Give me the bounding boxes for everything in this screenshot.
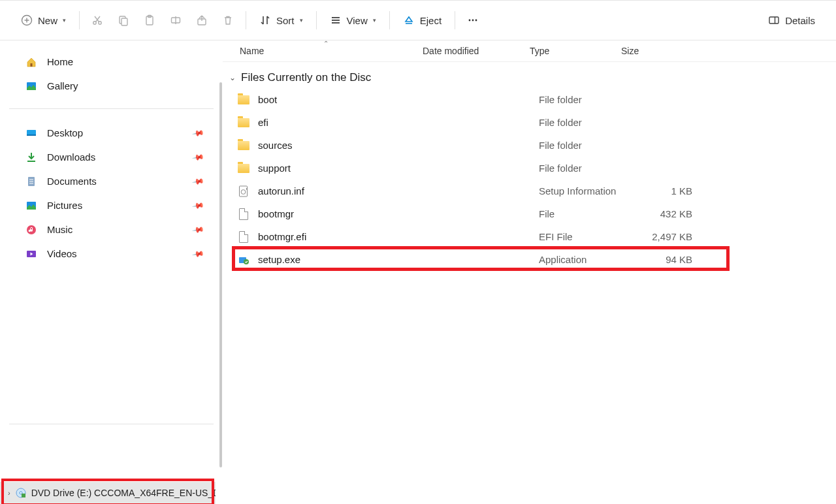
sort-button[interactable]: Sort ▾ — [251, 7, 311, 33]
svg-rect-26 — [27, 134, 36, 136]
folder-icon — [237, 93, 250, 106]
rename-button[interactable] — [163, 7, 188, 33]
file-name: support — [258, 163, 539, 174]
view-button[interactable]: View ▾ — [322, 7, 384, 33]
svg-rect-21 — [769, 17, 779, 24]
svg-point-20 — [475, 20, 477, 22]
file-size: 94 KB — [640, 254, 692, 265]
view-label: View — [347, 15, 368, 26]
paste-icon — [144, 14, 155, 26]
pictures-icon — [25, 199, 38, 212]
share-icon — [196, 14, 208, 26]
copy-button[interactable] — [111, 7, 136, 33]
sort-label: Sort — [276, 15, 295, 26]
column-header-name[interactable]: Name ⌃ — [240, 40, 423, 61]
home-icon — [25, 55, 38, 69]
svg-point-19 — [472, 20, 474, 22]
documents-icon — [25, 175, 38, 188]
details-pane-icon — [768, 14, 780, 26]
file-name: boot — [258, 94, 539, 105]
sidebar-item-pictures[interactable]: Pictures📌 — [9, 193, 214, 217]
sidebar-item-dvd-drive[interactable]: › DVD Drive (E:) CCCOMA_X64FRE_EN-US_D — [0, 482, 216, 504]
sidebar-item-label: Downloads — [47, 151, 95, 163]
column-label: Size — [621, 46, 639, 56]
exe-icon — [237, 253, 250, 266]
chevron-right-icon: › — [8, 489, 10, 497]
sort-ascending-icon: ⌃ — [323, 40, 329, 47]
file-type: EFI File — [539, 231, 640, 242]
separator — [316, 11, 317, 29]
copy-icon — [118, 14, 129, 26]
column-header-date[interactable]: Date modified — [423, 40, 530, 61]
column-label: Name — [240, 46, 264, 56]
rename-icon — [170, 14, 182, 26]
trash-icon — [222, 14, 234, 26]
new-label: New — [38, 15, 57, 26]
pin-icon: 📌 — [191, 247, 204, 260]
inf-icon — [237, 185, 250, 198]
file-row[interactable]: autorun.infSetup Information1 KB — [237, 180, 836, 202]
file-row[interactable]: bootmgr.efiEFI File2,497 KB — [237, 225, 836, 248]
eject-icon — [403, 14, 415, 26]
sidebar-item-label: Documents — [47, 176, 97, 187]
scrollbar-thumb[interactable] — [219, 82, 222, 467]
sidebar-item-label: Pictures — [47, 200, 82, 211]
videos-icon — [25, 247, 38, 260]
separator — [389, 11, 390, 29]
details-pane-button[interactable]: Details — [760, 7, 823, 33]
delete-button[interactable] — [216, 7, 240, 33]
cut-button[interactable] — [85, 7, 110, 33]
sidebar-item-desktop[interactable]: Desktop📌 — [9, 121, 214, 145]
sidebar-item-downloads[interactable]: Downloads📌 — [9, 145, 214, 169]
column-label: Date modified — [423, 46, 479, 56]
sidebar-item-label: Desktop — [47, 127, 83, 138]
file-type: File folder — [539, 163, 640, 174]
sidebar-item-gallery[interactable]: Gallery — [9, 74, 214, 98]
file-type: File folder — [539, 94, 640, 105]
sidebar-item-videos[interactable]: Videos📌 — [9, 242, 214, 266]
file-row[interactable]: bootmgrFile432 KB — [237, 202, 836, 225]
new-button[interactable]: New ▾ — [13, 7, 74, 33]
downloads-icon — [25, 151, 38, 164]
eject-button[interactable]: Eject — [395, 7, 449, 33]
file-type: File — [539, 208, 640, 219]
column-header-size[interactable]: Size — [621, 40, 686, 61]
sidebar-item-label: Home — [47, 56, 73, 67]
column-headers: Name ⌃ Date modified Type Size — [223, 40, 836, 62]
sidebar-item-label: Gallery — [47, 80, 78, 91]
cut-icon — [91, 14, 103, 26]
file-name: bootmgr.efi — [258, 231, 539, 242]
share-button[interactable] — [189, 7, 214, 33]
pin-icon: 📌 — [191, 198, 204, 212]
disc-icon — [16, 487, 26, 499]
svg-rect-8 — [121, 18, 127, 25]
ellipsis-icon — [467, 14, 479, 26]
sidebar-item-music[interactable]: Music📌 — [9, 217, 214, 242]
plus-circle-icon — [21, 14, 33, 26]
file-row[interactable]: sourcesFile folder — [237, 134, 836, 157]
music-icon — [25, 223, 38, 236]
group-header[interactable]: ⌄ Files Currently on the Disc — [223, 62, 836, 88]
pin-icon: 📌 — [191, 174, 204, 187]
sidebar-item-documents[interactable]: Documents📌 — [9, 169, 214, 193]
toolbar: New ▾ Sort ▾ View ▾ Eject Details — [0, 0, 836, 40]
file-name: autorun.inf — [258, 185, 539, 197]
paste-button[interactable] — [137, 7, 162, 33]
more-button[interactable] — [460, 7, 485, 33]
file-row[interactable]: setup.exeApplication94 KB — [237, 248, 836, 271]
file-row[interactable]: supportFile folder — [237, 157, 836, 180]
sidebar-item-home[interactable]: Home — [9, 50, 214, 74]
gallery-icon — [25, 80, 38, 93]
file-row[interactable]: efiFile folder — [237, 111, 836, 134]
file-row[interactable]: bootFile folder — [237, 88, 836, 111]
pin-icon: 📌 — [191, 150, 204, 163]
column-header-type[interactable]: Type — [530, 40, 621, 61]
file-icon — [237, 230, 250, 244]
desktop-icon — [25, 127, 38, 140]
file-type: Setup Information — [539, 185, 640, 197]
file-name: bootmgr — [258, 208, 539, 219]
scrollbar[interactable] — [217, 40, 223, 504]
sidebar-item-label: Videos — [47, 248, 77, 259]
folder-icon — [237, 116, 250, 129]
pin-icon: 📌 — [191, 126, 204, 139]
